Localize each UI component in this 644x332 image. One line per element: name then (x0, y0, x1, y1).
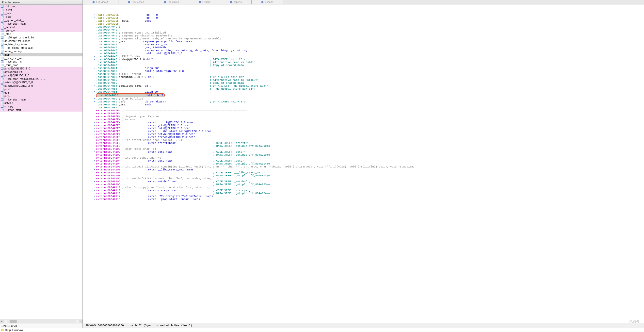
view-tab[interactable]: IDA View-A (83, 0, 118, 4)
disasm-line[interactable]: extern:0804A0E4 ; Segment type: Externs (83, 115, 644, 118)
function-item[interactable]: fgets@@GLIBC_2_0 (0, 70, 82, 74)
disasm-line[interactable]: •extern:0804A110 extrn strncpy:near ; CO… (83, 189, 644, 192)
function-item[interactable]: fputs (0, 94, 82, 98)
disasm-line[interactable]: .bss:0804A080 public buf2 (83, 93, 644, 97)
scroll-right-icon[interactable]: › (79, 320, 82, 323)
function-item[interactable]: fframe_dummy (0, 50, 82, 53)
disasm-line[interactable]: .bss:0804A060 public stdout@@GLIBC_2_0 (83, 70, 644, 73)
function-item[interactable]: f__gmon_start__ (0, 108, 82, 112)
disasm-line[interactable]: .bss:0804A040 ; Copy of shared data (83, 64, 644, 67)
function-item[interactable]: f_init_proc (0, 5, 82, 8)
disasm-line[interactable]: .bss:0804A040 ; Segment type: Uninitiali… (83, 31, 644, 34)
view-tab[interactable]: Structures (154, 0, 189, 4)
function-item[interactable]: fstrncpy (0, 105, 82, 108)
disasm-line[interactable]: .bss:0804A040 ; Segment permissions: Rea… (83, 34, 644, 37)
function-item[interactable]: f_start (0, 32, 82, 36)
disasm-line[interactable]: •.data:0804A02E db 0 (83, 14, 644, 17)
disasm-line[interactable]: .bss:0804A040 assume cs:_bss (83, 43, 644, 46)
function-item[interactable]: f_puts (0, 15, 82, 19)
disasm-line[interactable]: .bss:0804A040 ;org 804A040h (83, 46, 644, 49)
function-item[interactable]: f__do_global_dtors_aux (0, 46, 82, 50)
disasm-line[interactable]: •extern:0804A118 extrn __gmon_start__:ne… (83, 198, 644, 201)
disasm-line[interactable]: •.bss:0804A060 ; FILE *stdout (83, 73, 644, 76)
disasm-line[interactable]: •.bss:0804A080 buf2 db 64h dup(?) ; DATA… (83, 100, 644, 103)
disasm-line[interactable]: .bss:0804A040 (83, 28, 644, 31)
disasm-line[interactable]: extern:0804A108 ; DATA XREF: .got.plt:of… (83, 174, 644, 177)
disasm-line[interactable]: .bss:0804A040 assume es:nothing, ss:noth… (83, 49, 644, 52)
disasm-line[interactable]: extern:0804A104 ; int puts(const char *s… (83, 156, 644, 159)
disassembly-view[interactable]: •.data:0804A02E db 0•.data:0804A02F db 0… (83, 5, 644, 323)
functions-hscroll[interactable]: ‹ › (0, 319, 82, 324)
function-item[interactable]: fprintf (0, 87, 82, 91)
function-item[interactable]: f__libc_start_main (0, 98, 82, 101)
disasm-line[interactable]: .bss:0804A040 ; Alternative name is 'std… (83, 61, 644, 64)
scroll-thumb[interactable] (10, 320, 16, 323)
disasm-line[interactable]: .data:0804A02F (83, 23, 644, 25)
disasm-line[interactable]: extern:0804A0E4 (83, 112, 644, 115)
disasm-line[interactable]: .bss:0804A040 ; Segment alignment '32byt… (83, 37, 644, 40)
disasm-line[interactable]: extern:0804A110 ; char *strncpy(char *de… (83, 186, 644, 189)
disasm-line[interactable]: •extern:0804A104 extrn puts:near ; CODE … (83, 159, 644, 162)
disasm-line[interactable]: •extern:0804A0F4 extrn setvbuf@@GLIBC_2_… (83, 133, 644, 136)
function-item[interactable]: fregister_tm_clones (0, 43, 82, 46)
view-tab[interactable]: Enums (189, 0, 220, 4)
disasm-line[interactable]: .bss:0804A060 ; Alternative name is 'std… (83, 79, 644, 82)
function-item[interactable]: f__x86_get_pc_thunk_bx (0, 36, 82, 39)
disasm-line[interactable]: .bss:0804A040 public stdin@@GLIBC_2_0 (83, 52, 644, 55)
disasm-line[interactable]: •extern:0804A0EC extrn puts@@GLIBC_2_0:n… (83, 127, 644, 130)
disasm-line[interactable]: •.bss:0804A044 align 20h (83, 67, 644, 70)
disasm-line[interactable]: extern:0804A0FC ; DATA XREF: .got.plt:of… (83, 145, 644, 148)
function-item[interactable]: fgets (0, 91, 82, 94)
disasm-line[interactable]: extern:0804A0E4 ; extern (83, 118, 644, 121)
function-item[interactable]: f__libc_csu_init (0, 56, 82, 60)
disasm-line[interactable]: •.bss:0804A060 stdout@@GLIBC_2_0 dd ? ; … (83, 76, 644, 79)
disasm-line[interactable]: extern:0804A108 ; int __cdecl _libc_star… (83, 165, 644, 168)
disasm-line[interactable]: •.bss:0804A040 ; FILE *stdin (83, 55, 644, 58)
function-item[interactable]: f__libc_csu_fini (0, 60, 82, 63)
scroll-track[interactable] (7, 320, 76, 323)
disasm-line[interactable]: .bss:0804A040 ; ========================… (83, 25, 644, 28)
disasm-line[interactable]: .data:0804A02F _data ends (83, 20, 644, 23)
output-window-tab[interactable]: Output window (0, 328, 644, 332)
disasm-line[interactable]: •extern:0804A0E8 extrn gets@@GLIBC_2_0:n… (83, 124, 644, 127)
function-item[interactable]: fsetvbuf (0, 101, 82, 105)
disasm-line[interactable]: extern:0804A110 ; DATA XREF: .got.plt:of… (83, 192, 644, 195)
function-item[interactable]: fstrncpy@@GLIBC_2_0 (0, 84, 82, 87)
disasm-line[interactable]: extern:0804A0E4 ; ======================… (83, 109, 644, 112)
function-item[interactable]: f__libc_start_main@@GLIBC_2_0 (0, 77, 82, 81)
disasm-line[interactable]: extern:0804A100 ; char *gets(char *s) (83, 148, 644, 150)
function-item[interactable]: f_printf (0, 8, 82, 12)
disasm-line[interactable]: •extern:0804A0F8 extrn strncpy@@GLIBC_2_… (83, 136, 644, 139)
function-item[interactable]: f_gets (0, 12, 82, 15)
disasm-line[interactable]: .bss:0804A040 _bss segment para public '… (83, 40, 644, 43)
disasm-line[interactable]: .bss:0804A080 _bss ends (83, 103, 644, 106)
functions-list[interactable]: f_init_procf_printff_getsf_putsf__gmon_s… (0, 5, 82, 319)
function-item[interactable]: f_strncpy (0, 29, 82, 32)
disasm-line[interactable]: •extern:0804A100 extrn gets:near ; CODE … (83, 150, 644, 153)
function-item[interactable]: f__libc_start_main (0, 22, 82, 25)
disasm-line[interactable]: extern:0804A10C ; DATA XREF: .got.plt:of… (83, 183, 644, 186)
disasm-line[interactable]: •.bss:0804A040 stdin@@GLIBC_2_0 dd ? ; D… (83, 58, 644, 61)
view-tab[interactable]: Hex View-1 (118, 0, 154, 4)
function-item[interactable]: f_setvbuf (0, 25, 82, 29)
disasm-line[interactable]: •.bss:0804A064 completed_6591 db ? ; DAT… (83, 85, 644, 87)
scroll-left-icon[interactable]: ‹ (0, 320, 4, 323)
disasm-line[interactable]: •extern:0804A0FC extrn printf:near ; COD… (83, 142, 644, 145)
function-item[interactable]: f__gmon_start__ (0, 19, 82, 22)
disasm-line[interactable]: .bss:0804A080 (83, 106, 644, 109)
disasm-line[interactable]: •extern:0804A114 extrn _ITM_deregisterTM… (83, 195, 644, 198)
disasm-line[interactable]: .bss:0804A064 ; __do_global_dtors_aux+14… (83, 87, 644, 90)
disasm-line[interactable]: •extern:0804A10C extrn setvbuf:near ; CO… (83, 180, 644, 183)
disasm-line[interactable]: •extern:0804A108 extrn __libc_start_main… (83, 168, 644, 171)
function-item[interactable]: fsetvbuf@@GLIBC_2_0 (0, 81, 82, 84)
disasm-line[interactable]: •extern:0804A0E4 extrn printf@@GLIBC_2_0… (83, 121, 644, 124)
disasm-line[interactable]: •extern:0804A0F0 extrn __libc_start_main… (83, 130, 644, 133)
disasm-line[interactable]: extern:0804A0FC ; int printf(const char … (83, 139, 644, 142)
disasm-line[interactable]: extern:0804A10C ; int setvbuf(FILE *stre… (83, 177, 644, 180)
disasm-line[interactable]: •.data:0804A02F db 0 (83, 17, 644, 20)
view-tab[interactable]: Imports (220, 0, 252, 4)
function-item[interactable]: fprintf@@GLIBC_2_0 (0, 67, 82, 70)
disasm-line[interactable]: extern:0804A104 ; DATA XREF: .got.plt:of… (83, 162, 644, 165)
view-tab[interactable]: Exports (252, 0, 283, 4)
function-item[interactable]: fderegister_tm_clones (0, 39, 82, 43)
